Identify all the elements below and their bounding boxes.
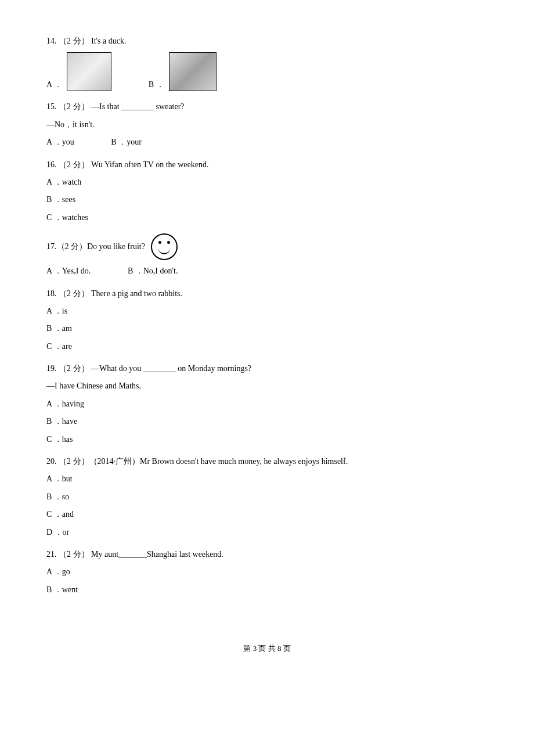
question-20-prompt: 20. （2 分）（2014·广州）Mr Brown doesn't have … (46, 455, 488, 468)
option-b-label: B ． (149, 78, 164, 91)
question-15: 15. （2 分） —Is that ________ sweater? —No… (46, 100, 488, 149)
question-points: （2 分） (59, 457, 89, 466)
question-21: 21. （2 分） My aunt_______Shanghai last we… (46, 548, 488, 596)
question-15-prompt: 15. （2 分） —Is that ________ sweater? (46, 100, 488, 113)
question-points: （2 分） (59, 102, 89, 111)
question-14-prompt: 14. （2 分） It's a duck. (46, 35, 488, 48)
question-points: （2 分） (59, 364, 89, 373)
question-14: 14. （2 分） It's a duck. A ． B ． (46, 35, 488, 91)
question-text: Mr Brown doesn't have much money, he alw… (140, 457, 348, 466)
option-d[interactable]: D ．or (46, 526, 488, 539)
option-b[interactable]: B ．have (46, 415, 488, 428)
question-19-prompt: 19. （2 分） —What do you ________ on Monda… (46, 362, 488, 375)
question-number: 17. (46, 240, 57, 253)
question-text: —Is that ________ sweater? (89, 102, 185, 111)
question-16-prompt: 16. （2 分） Wu Yifan often TV on the weeke… (46, 159, 488, 171)
question-number: 20. (46, 457, 59, 466)
option-b[interactable]: B ． (149, 52, 219, 91)
question-text: Wu Yifan often TV on the weekend. (89, 160, 209, 169)
question-18-prompt: 18. （2 分） There a pig and two rabbits. (46, 287, 488, 300)
question-points: （2 分） (59, 289, 89, 298)
question-text: —What do you ________ on Monday mornings… (89, 364, 252, 373)
option-b[interactable]: B ．sees (46, 193, 488, 206)
question-17: 17. （2 分） Do you like fruit? A ．Yes,I do… (46, 233, 488, 278)
question-17-options: A ．Yes,I do. B ．No,I don't. (46, 265, 488, 278)
question-18: 18. （2 分） There a pig and two rabbits. A… (46, 287, 488, 354)
option-b[interactable]: B ．went (46, 584, 488, 596)
question-21-prompt: 21. （2 分） My aunt_______Shanghai last we… (46, 548, 488, 561)
option-b[interactable]: B ．so (46, 491, 488, 503)
option-a[interactable]: A ．you (46, 138, 74, 146)
question-19: 19. （2 分） —What do you ________ on Monda… (46, 362, 488, 446)
option-b[interactable]: B ．am (46, 322, 488, 335)
question-number: 21. (46, 550, 59, 559)
duck-image-b (169, 52, 217, 91)
question-number: 19. (46, 364, 59, 373)
option-a[interactable]: A ．having (46, 398, 488, 411)
question-16: 16. （2 分） Wu Yifan often TV on the weeke… (46, 159, 488, 225)
question-text: Do you like fruit? (87, 240, 145, 253)
smiley-icon (151, 233, 178, 260)
option-a[interactable]: A ．but (46, 473, 488, 485)
question-19-line2: —I have Chinese and Maths. (46, 380, 488, 393)
question-text: It's a duck. (89, 37, 127, 45)
option-c[interactable]: C ．watches (46, 211, 488, 224)
question-points: （2 分） (59, 550, 89, 559)
option-a-label: A ． (46, 78, 62, 91)
question-15-options: A ．you B ．your (46, 136, 488, 149)
option-c[interactable]: C ．are (46, 340, 488, 353)
option-a[interactable]: A ．is (46, 305, 488, 318)
question-number: 18. (46, 289, 59, 298)
question-15-line2: —No，it isn't. (46, 118, 488, 131)
question-points: （2 分） (57, 240, 88, 253)
option-c[interactable]: C ．and (46, 508, 488, 521)
question-number: 14. (46, 37, 59, 45)
option-b[interactable]: B ．No,I don't. (128, 267, 178, 275)
question-source: （2014·广州） (89, 457, 140, 466)
question-points: （2 分） (59, 160, 89, 169)
option-a[interactable]: A ． (46, 52, 114, 91)
option-c[interactable]: C ．has (46, 433, 488, 446)
question-number: 16. (46, 160, 59, 169)
duck-image-a (67, 52, 111, 91)
option-b[interactable]: B ．your (111, 138, 142, 146)
question-number: 15. (46, 102, 59, 111)
question-20: 20. （2 分）（2014·广州）Mr Brown doesn't have … (46, 455, 488, 539)
option-a[interactable]: A ．go (46, 566, 488, 578)
option-a[interactable]: A ．Yes,I do. (46, 267, 91, 275)
question-17-prompt: 17. （2 分） Do you like fruit? (46, 233, 488, 260)
option-a[interactable]: A ．watch (46, 176, 488, 189)
question-text: My aunt_______Shanghai last weekend. (89, 550, 223, 559)
page-footer: 第 3 页 共 8 页 (46, 643, 488, 655)
question-points: （2 分） (59, 37, 89, 45)
question-14-options: A ． B ． (46, 52, 488, 91)
question-text: There a pig and two rabbits. (89, 289, 183, 298)
